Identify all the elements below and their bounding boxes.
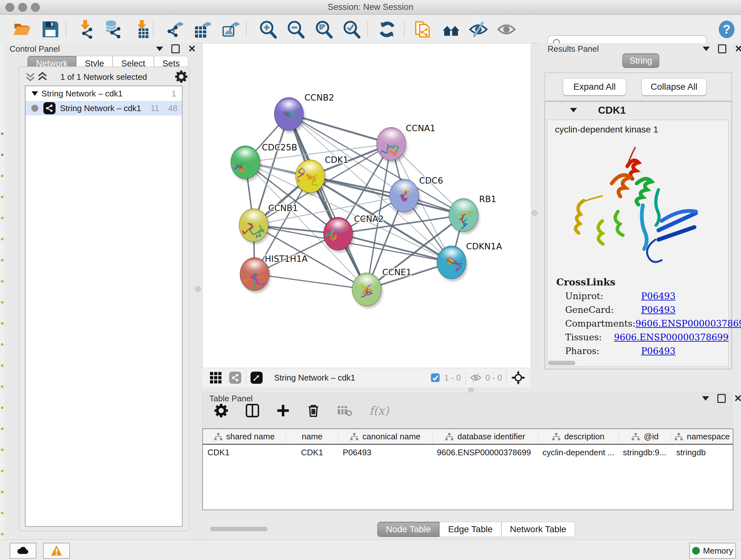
table-panel-close-icon[interactable]: ✕ [734, 395, 741, 402]
vertical-splitter-handle[interactable] [532, 210, 537, 216]
node-CCNA1[interactable]: CCNA1 [377, 123, 435, 163]
results-hscrollbar[interactable] [548, 361, 576, 365]
warning-button[interactable] [43, 543, 70, 559]
node-CCNA2[interactable]: CCNA2 [324, 214, 384, 253]
horizontal-splitter-handle[interactable] [468, 388, 474, 392]
node-CDKN1A[interactable]: CDKN1A [437, 241, 502, 282]
tab-string[interactable]: String [622, 53, 659, 68]
network-canvas[interactable]: CCNB2CCNA1CDC25BCDK1CDC6RB1CCNB1CCNA2HIS… [202, 43, 531, 368]
cloud-button[interactable] [10, 543, 37, 559]
node-CCNE1[interactable]: CCNE1 [352, 267, 411, 308]
save-session-icon[interactable] [41, 20, 60, 39]
refresh-icon[interactable] [378, 20, 396, 39]
memory-button[interactable]: Memory [689, 543, 736, 559]
node-label-CDK1: CDK1 [325, 155, 348, 165]
add-column-icon[interactable] [277, 404, 289, 417]
node-CDK1[interactable]: CDK1 [295, 155, 348, 195]
results-panel-float-icon[interactable] [703, 47, 710, 51]
table-panel-float-icon[interactable] [702, 396, 709, 401]
show-columns-icon[interactable] [246, 403, 259, 418]
selected-checkbox-icon[interactable] [430, 373, 441, 383]
column-header-description[interactable]: description [538, 429, 618, 444]
zoom-in-icon[interactable] [259, 20, 277, 39]
control-panel-undock-icon[interactable] [172, 44, 180, 53]
column-header-database-identifier[interactable]: database identifier [432, 429, 538, 444]
crosslink-link[interactable]: P06493 [641, 291, 676, 301]
main-toolbar: ? [0, 15, 741, 44]
column-header-name[interactable]: name [286, 429, 338, 444]
grid-view-icon[interactable] [209, 371, 222, 384]
expand-all-button[interactable]: Expand All [563, 78, 626, 96]
node-label-HIST1H1A: HIST1H1A [265, 254, 308, 264]
column-header-shared-name[interactable]: shared name [203, 429, 286, 444]
delete-column-icon[interactable] [307, 404, 320, 417]
zoom-out-icon[interactable] [286, 20, 305, 39]
show-all-icon[interactable] [497, 20, 516, 39]
first-neighbors-icon[interactable] [441, 20, 460, 39]
network-share-icon[interactable] [229, 372, 241, 384]
tab-node-table[interactable]: Node Table [377, 522, 440, 537]
control-panel-float-icon[interactable] [156, 47, 163, 51]
crosslink-label: GeneCard: [565, 305, 641, 315]
node-CCNB1[interactable]: CCNB1 [239, 203, 298, 244]
pan-crosshair-icon[interactable] [511, 371, 525, 385]
collapse-all-button[interactable]: Collapse All [642, 78, 706, 96]
node-label-CCNE1: CCNE1 [382, 267, 412, 277]
collapse-all-icon[interactable] [25, 71, 36, 82]
crosslink-row: Tissues:9606.ENSP00000378699 [565, 332, 729, 343]
tree-expand-icon[interactable] [31, 91, 38, 96]
tab-network-table[interactable]: Network Table [501, 522, 575, 537]
crosslink-link[interactable]: 9606.ENSP00000378699 [635, 318, 741, 329]
network-row[interactable]: String Network – cdk1 11 48 [25, 101, 182, 116]
results-panel-undock-icon[interactable] [718, 44, 726, 53]
gene-result-card: CDK1 cyclin-dependent kinase 1 [544, 101, 732, 369]
node-HIST1H1A[interactable]: HIST1H1A [240, 254, 308, 294]
table-panel-undock-icon[interactable] [718, 394, 726, 403]
crosslink-link[interactable]: P06493 [641, 346, 676, 356]
selected-counts: 1 - 0 [444, 373, 461, 383]
open-session-icon[interactable] [13, 20, 31, 39]
import-table-icon[interactable] [133, 20, 151, 39]
table-cell: stringdb [672, 444, 733, 460]
import-network-icon[interactable] [77, 20, 95, 39]
clone-network-icon[interactable] [413, 20, 431, 39]
crosslink-link[interactable]: P06493 [641, 305, 676, 315]
table-hscrollbar[interactable] [210, 527, 267, 531]
network-list-gear-icon[interactable] [175, 70, 188, 83]
table-row[interactable]: CDK1CDK1P064939606.ENSP00000378699cyclin… [203, 444, 733, 460]
network-graph[interactable]: CCNB2CCNA1CDC25BCDK1CDC6RB1CCNB1CCNA2HIS… [203, 44, 531, 368]
node-CCNB2[interactable]: CCNB2 [274, 92, 334, 133]
gene-collapse-icon[interactable] [570, 108, 577, 112]
results-panel-close-icon[interactable]: ✕ [735, 45, 741, 52]
column-header-namespace[interactable]: namespace [672, 429, 733, 444]
table-settings-gear-icon[interactable] [214, 403, 228, 418]
table-cell: CDK1 [203, 444, 286, 460]
export-network-icon[interactable] [166, 20, 185, 39]
node-CDC6[interactable]: CDC6 [390, 176, 443, 215]
warning-icon [51, 545, 63, 557]
node-table[interactable]: shared namenamecanonical namedatabase id… [202, 428, 733, 510]
help-icon[interactable]: ? [718, 20, 736, 39]
crosslink-link[interactable]: 9606.ENSP00000378699 [614, 332, 729, 343]
tab-edge-table[interactable]: Edge Table [440, 522, 501, 537]
import-network-from-database-icon[interactable] [104, 20, 122, 39]
left-splitter-handle[interactable] [195, 286, 201, 292]
expand-all-icon[interactable] [37, 71, 48, 82]
birdseye-view-icon[interactable] [251, 372, 263, 384]
export-image-icon[interactable] [222, 20, 240, 39]
table-panel-title: Table Panel [209, 394, 253, 403]
network-collection-row[interactable]: String Network – cdk1 1 [25, 86, 182, 101]
network-view-title: String Network – cdk1 [274, 373, 355, 383]
zoom-selected-icon[interactable] [342, 20, 361, 39]
node-CDC25B[interactable]: CDC25B [231, 142, 297, 181]
column-header--id[interactable]: @id [618, 429, 672, 444]
export-table-icon[interactable] [194, 20, 212, 39]
hide-selected-icon[interactable] [469, 20, 488, 39]
table-cell: CDK1 [286, 444, 338, 460]
column-header-canonical-name[interactable]: canonical name [338, 429, 432, 444]
node-RB1[interactable]: RB1 [449, 194, 496, 234]
control-panel-close-icon[interactable]: ✕ [188, 45, 196, 52]
node-label-RB1: RB1 [479, 194, 496, 204]
zoom-fit-icon[interactable] [315, 20, 333, 39]
edge-CCNE1-HIST1H1A [255, 274, 367, 289]
